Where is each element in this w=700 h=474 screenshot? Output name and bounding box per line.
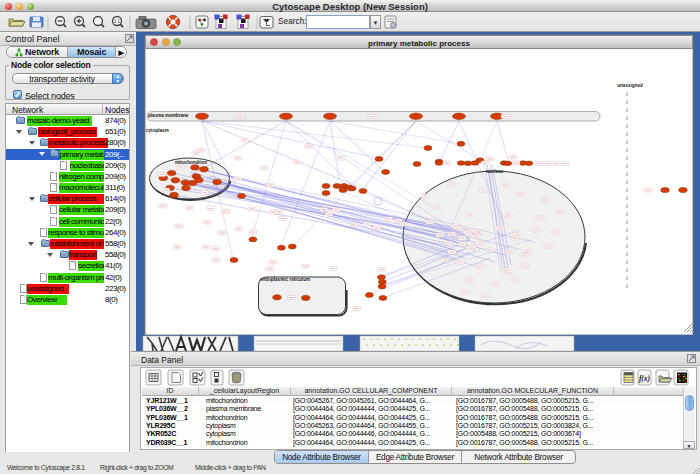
- svg-text:cytoplasm: cytoplasm: [146, 128, 169, 133]
- svg-text:nucleus: nucleus: [486, 169, 504, 174]
- svg-text:1:1: 1:1: [114, 19, 121, 24]
- svg-text:plasma membrane: plasma membrane: [148, 113, 189, 118]
- svg-text:mitochondrion: mitochondrion: [175, 160, 207, 165]
- svg-text:...: ...: [486, 302, 489, 307]
- svg-text:endoplasmic reticulum: endoplasmic reticulum: [260, 277, 310, 282]
- svg-text:f(x): f(x): [639, 374, 651, 383]
- svg-text:primary metabolic process: primary metabolic process: [368, 39, 470, 48]
- svg-text:unassigned: unassigned: [617, 83, 643, 88]
